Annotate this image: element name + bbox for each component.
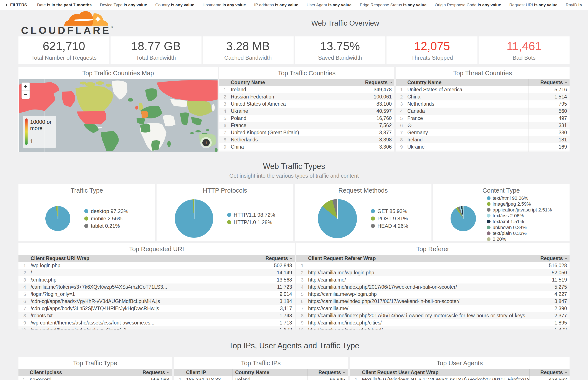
table-row[interactable]: 10Canada2,245 — [219, 151, 394, 152]
cell: Germany — [405, 129, 528, 136]
row-rank: 1 — [296, 263, 305, 268]
table-row[interactable]: 8http://camilia.me/index.php/2017/05/14/… — [296, 312, 569, 319]
legend-label: image/jpeg 2.59% — [493, 201, 531, 207]
table-row[interactable]: 3http://camilia.me/11,519 — [296, 276, 569, 284]
table-header: Client Request Referer WrapRequests — [296, 255, 569, 262]
legend-label: HEAD 4.26% — [377, 222, 408, 230]
row-rank: 2 — [296, 270, 305, 276]
row-rank: 1 — [350, 377, 359, 380]
table-row[interactable]: 7/cdn-cgi/apps/body/3Lh52SjWTQ4HRlErJykH… — [19, 305, 295, 312]
chevron-down-icon — [565, 81, 567, 83]
table-row[interactable]: 9/wp-content/themes/ashe/assets/css/font… — [19, 319, 295, 326]
table-row[interactable]: 5https://camilia.me/wp-login.php4,227 — [296, 291, 569, 298]
sort-requests-header[interactable]: Requests — [529, 369, 569, 376]
table-row[interactable]: 1/wp-login.php502,848 — [19, 262, 295, 269]
table-row[interactable]: 9China3,306 — [219, 143, 394, 151]
info-icon[interactable]: i — [202, 139, 210, 146]
table-row[interactable]: 8Ireland181 — [396, 136, 569, 143]
filter-chip[interactable]: Hostname is any value — [203, 3, 246, 7]
cell: /robots.txt — [28, 312, 250, 319]
row-rank: 6 — [296, 299, 305, 304]
cloudflare-cloud-icon — [55, 10, 110, 26]
table-row[interactable]: 10/wp-content/themes/ashe/style.css?ver=… — [19, 326, 295, 329]
world-map[interactable]: + − 10000 or more 1 i — [19, 79, 218, 152]
filter-chip[interactable]: Device Type is any value — [100, 3, 147, 7]
content-type-pie-chart[interactable] — [450, 206, 476, 231]
legend-dot-icon — [487, 196, 490, 200]
cell: /cdn-cgi/apps/head/xVgyKhR-vV3dAUGhMqfBc… — [28, 298, 250, 305]
table-row[interactable]: 1United States of America5,716 — [396, 86, 569, 93]
filter-chip[interactable]: User Agent is any value — [306, 3, 352, 7]
rank-header — [19, 369, 27, 376]
table-row[interactable]: 8Netherlands3,398 — [219, 136, 394, 143]
filter-chip[interactable]: Date is in the past 7 months — [37, 3, 92, 7]
sort-requests-header[interactable]: Requests — [109, 369, 172, 376]
table-row[interactable]: 2China1,514 — [396, 93, 569, 100]
cell: Ukraine — [405, 143, 528, 151]
request-methods-pie-chart[interactable] — [318, 199, 357, 238]
stat-value: 3.28 MB — [226, 39, 270, 53]
table-row[interactable]: 2/14,149 — [19, 269, 295, 276]
table-row[interactable]: 1noRecord568,088 — [19, 376, 172, 380]
filter-chip[interactable]: Origin Response Code is any value — [435, 3, 501, 7]
filter-chip[interactable]: Country is any value — [155, 3, 194, 7]
table-row[interactable]: 3Netherlands795 — [396, 100, 569, 108]
table-row[interactable]: 1Mozilla/5.0 (Windows NT 6.1; WOW64; rv:… — [350, 376, 569, 380]
table-row[interactable]: 10Singapore159 — [396, 151, 569, 152]
stat-label: Cached Bandwidth — [224, 55, 272, 61]
row-rank: 5 — [296, 291, 305, 297]
sort-requests-header[interactable]: Requests — [250, 255, 295, 262]
table-row[interactable]: 5France497 — [396, 115, 569, 122]
table-row[interactable]: 2Russian Federation100,061 — [219, 93, 394, 100]
stat-value: 12,075 — [414, 39, 450, 53]
table-row[interactable]: 7https://camilia.me/2,390 — [296, 305, 569, 312]
cell: http://camilia.me/index.php/2017/05/14/h… — [305, 312, 525, 319]
table-row[interactable]: 3United States of America83,100 — [219, 100, 394, 108]
cell: Ireland — [405, 136, 528, 143]
table-row[interactable]: 1516,028 — [296, 262, 569, 269]
filter-chip[interactable]: IP address is any value — [254, 3, 298, 7]
filter-chip[interactable]: RayID is any value — [566, 3, 582, 7]
sort-requests-header[interactable]: Requests — [353, 79, 394, 86]
table-row[interactable]: 6/cdn-cgi/apps/head/xVgyKhR-vV3dAUGhMqfB… — [19, 298, 295, 305]
table-row[interactable]: 6https://camilia.me/index.php/2017/06/17… — [296, 298, 569, 305]
sort-requests-header[interactable]: Requests — [307, 369, 348, 376]
table-body: 1Mozilla/5.0 (Windows NT 6.1; WOW64; rv:… — [350, 376, 569, 380]
table-row[interactable]: 9Ukraine169 — [396, 143, 569, 151]
table-row[interactable]: 5Poland16,760 — [219, 115, 394, 122]
cell: 5,716 — [528, 86, 569, 93]
table-row[interactable]: 6France7,562 — [219, 122, 394, 129]
table-row[interactable]: 4http://camilia.me/index.php/2017/06/17/… — [296, 284, 569, 291]
traffic-type-pie-chart[interactable] — [45, 206, 70, 231]
table-row[interactable]: 3/xmlrpc.php13,568 — [19, 276, 295, 284]
table-row[interactable]: 10http://camilia.me/index.php/about/1,47… — [296, 326, 569, 329]
filters-toggle[interactable]: FILTERS — [6, 3, 27, 7]
table-row[interactable]: 6∅331 — [396, 122, 569, 129]
zoom-out-button[interactable]: − — [22, 91, 30, 99]
table-row[interactable]: 1185.234.218.33Ireland96,945 — [174, 376, 348, 380]
table-row[interactable]: 8/robots.txt1,743 — [19, 312, 295, 319]
legend-dot-icon — [371, 216, 375, 221]
sort-requests-header[interactable]: Requests — [528, 79, 569, 86]
table-row[interactable]: 7United Kingdom (Great Britain)3,877 — [219, 129, 394, 136]
cell: /wp-content/themes/ashe/assets/css/font-… — [28, 319, 250, 326]
table-row[interactable]: 9http://camilia.me/index.php/cities/1,89… — [296, 319, 569, 326]
row-rank: 5 — [396, 116, 405, 121]
stat-label: Total Number of Requests — [31, 55, 97, 61]
table-row[interactable]: 7Germany330 — [396, 129, 569, 136]
row-rank: 6 — [19, 299, 28, 304]
stat-value: 621,710 — [43, 39, 85, 53]
table-row[interactable]: 4Canada560 — [396, 108, 569, 115]
table-row[interactable]: 4Ukraine40,597 — [219, 108, 394, 115]
table-row[interactable]: 4/camilia.me?token=s3+7k6XQvKwzp5/4XSs4r… — [19, 284, 295, 291]
table-row[interactable]: 1Ireland349,478 — [219, 86, 394, 93]
table-row[interactable]: 5/login/?login_only=19,014 — [19, 291, 295, 298]
filter-chip[interactable]: Edge Response Status is any value — [360, 3, 426, 7]
sort-requests-header[interactable]: Requests — [525, 255, 569, 262]
cell: 568,088 — [109, 376, 172, 380]
zoom-in-button[interactable]: + — [22, 83, 30, 91]
filter-chip[interactable]: Request URI is any value — [509, 3, 558, 7]
table-row[interactable]: 2http://camilia.me/wp-login.php52,050 — [296, 269, 569, 276]
http-protocols-pie-chart[interactable] — [175, 199, 213, 238]
section-title: Web Traffic Types — [19, 162, 569, 171]
